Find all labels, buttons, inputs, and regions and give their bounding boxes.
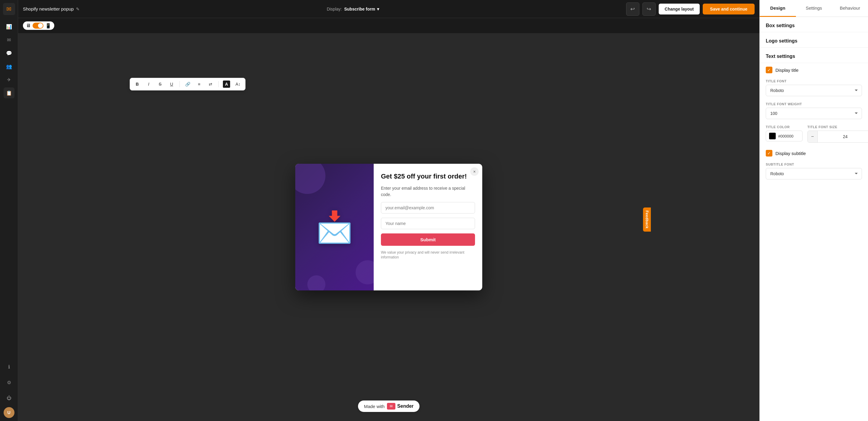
display-subtitle-checkbox[interactable]: ✓ (766, 150, 772, 157)
title-font-weight-label: TITLE FONT WEIGHT (766, 102, 862, 106)
envelope-illustration: 📩 (316, 209, 353, 245)
display-subtitle-row: ✓ Display subtitle (760, 146, 868, 160)
sidebar-item-dashboard[interactable]: 📊 (4, 21, 14, 32)
chevron-down-icon: ▾ (377, 7, 379, 11)
canvas-toolbar: 🖥 📱 (18, 18, 760, 33)
display-title-label: Display title (775, 68, 799, 73)
privacy-text: We value your privacy and will never sen… (381, 250, 475, 260)
italic-button[interactable]: I (145, 80, 152, 88)
title-size-decrease[interactable]: − (808, 131, 817, 142)
sidebar-item-settings[interactable]: ⚙ (4, 377, 14, 388)
logo-settings-title: Logo settings (766, 38, 862, 44)
made-with-banner[interactable]: Made with ✉ Sender (358, 400, 420, 412)
sender-name: Sender (397, 403, 413, 409)
sidebar-item-forms[interactable]: 📋 (4, 88, 14, 98)
title-size-value[interactable] (817, 131, 868, 142)
toggle-knob (38, 23, 43, 28)
feedback-tab[interactable]: Feedback (643, 207, 651, 232)
subtitle-font-select[interactable]: Roboto Arial Georgia Helvetica (766, 168, 862, 180)
user-avatar[interactable]: U (4, 407, 14, 418)
made-with-prefix: Made with (364, 404, 384, 409)
underline-button[interactable]: U (168, 80, 175, 88)
popup-subtitle: Enter your email address to receive a sp… (381, 185, 475, 198)
font-size-button[interactable]: A↕ (234, 80, 242, 88)
panel-tabs: Design Settings Behaviour (760, 0, 868, 17)
title-font-group: TITLE FONT Roboto Arial Georgia Helvetic… (760, 77, 868, 100)
mobile-icon: 📱 (45, 23, 51, 29)
text-settings-title: Text settings (766, 54, 862, 59)
text-settings-section: Text settings (760, 47, 868, 63)
popup-image-area: 📩 (295, 164, 374, 290)
tab-design[interactable]: Design (760, 0, 796, 17)
highlight-button[interactable]: A (223, 80, 230, 88)
save-continue-button[interactable]: Save and continue (703, 4, 754, 14)
flip-button[interactable]: ⇄ (207, 80, 214, 88)
title-color-hex[interactable] (778, 134, 799, 138)
popup-close-button[interactable]: × (470, 167, 478, 176)
sidebar-item-send[interactable]: ✈ (4, 74, 14, 85)
sender-logo: ✉ Sender (387, 403, 413, 410)
sidebar-item-info[interactable]: ℹ (4, 361, 14, 372)
title-size-group: TITLE FONT SIZE − + (807, 125, 868, 143)
toolbar-divider-2 (218, 81, 219, 87)
desktop-icon: 🖥 (26, 23, 31, 28)
canvas-area: 🖥 📱 B I S U 🔗 ≡ ⇄ A A↕ (18, 18, 760, 421)
right-panel: Design Settings Behaviour Box settings L… (760, 0, 868, 421)
change-layout-button[interactable]: Change layout (659, 4, 700, 14)
bubble-2 (355, 260, 374, 284)
strikethrough-button[interactable]: S (157, 80, 164, 88)
sidebar-item-contacts[interactable]: 👥 (4, 61, 14, 72)
title-color-group: TITLE COLOR (766, 125, 803, 141)
display-title-checkbox[interactable]: ✓ (766, 67, 772, 73)
bubble-1 (295, 164, 326, 194)
tab-settings[interactable]: Settings (796, 0, 832, 17)
popup-form-area: × Get $25 off your first order! Enter yo… (374, 164, 482, 290)
title-font-label: TITLE FONT (766, 79, 862, 83)
display-title-row: ✓ Display title (760, 63, 868, 77)
title-font-weight-select[interactable]: 100200300400 500600700800900 (766, 108, 862, 119)
title-size-input: − + (807, 131, 868, 143)
title-font-weight-group: TITLE FONT WEIGHT 100200300400 500600700… (760, 100, 868, 123)
title-font-size-label: TITLE FONT SIZE (807, 125, 868, 129)
toggle-switch[interactable] (33, 23, 43, 29)
edit-title-icon[interactable]: ✎ (76, 7, 80, 11)
campaign-title-text: Shopify newsletter popup (23, 6, 73, 11)
redo-button[interactable]: ↪ (642, 2, 656, 16)
popup-title[interactable]: Get $25 off your first order! (381, 172, 475, 181)
bold-button[interactable]: B (134, 80, 141, 88)
subtitle-font-label: SUBTITLE FONT (766, 163, 862, 166)
title-color-size-row: TITLE COLOR TITLE FONT SIZE − + (760, 123, 868, 146)
submit-button[interactable]: Submit (381, 233, 475, 246)
title-color-swatch[interactable] (769, 133, 776, 139)
align-button[interactable]: ≡ (195, 80, 203, 88)
link-button[interactable]: 🔗 (184, 80, 191, 88)
email-input[interactable] (381, 202, 475, 214)
top-bar-actions: ↩ ↪ Change layout Save and continue (626, 2, 754, 16)
left-sidebar: ✉ 📊 ✉ 💬 👥 ✈ 📋 ℹ ⚙ ⏻ U (0, 0, 18, 421)
box-settings-title: Box settings (766, 23, 862, 28)
sidebar-item-power[interactable]: ⏻ (4, 393, 14, 403)
logo-settings-section: Logo settings (760, 32, 868, 47)
display-dropdown[interactable]: Subscribe form ▾ (344, 7, 379, 11)
device-toggle[interactable]: 🖥 📱 (23, 22, 54, 30)
box-settings-section: Box settings (760, 17, 868, 32)
main-wrapper: Shopify newsletter popup ✎ Display: Subs… (18, 0, 760, 421)
title-color-input[interactable] (766, 131, 803, 141)
tab-behaviour[interactable]: Behaviour (832, 0, 868, 17)
campaign-title: Shopify newsletter popup ✎ (23, 6, 80, 11)
undo-button[interactable]: ↩ (626, 2, 640, 16)
display-subtitle-label: Display subtitle (775, 151, 806, 156)
sidebar-item-emails[interactable]: ✉ (4, 34, 14, 45)
format-toolbar: B I S U 🔗 ≡ ⇄ A A↕ (130, 78, 246, 91)
sender-icon: ✉ (387, 403, 395, 410)
sidebar-logo[interactable]: ✉ (3, 3, 15, 15)
popup-card: 📩 × Get $25 off your first order! Enter … (295, 164, 482, 290)
display-selector: Display: Subscribe form ▾ (83, 7, 622, 11)
top-bar: Shopify newsletter popup ✎ Display: Subs… (18, 0, 760, 18)
name-input[interactable] (381, 218, 475, 229)
sidebar-item-chat[interactable]: 💬 (4, 47, 14, 59)
title-color-label: TITLE COLOR (766, 125, 803, 129)
feedback-tab-wrapper: Feedback (643, 207, 651, 232)
display-value: Subscribe form (344, 7, 375, 11)
title-font-select[interactable]: Roboto Arial Georgia Helvetica (766, 85, 862, 96)
